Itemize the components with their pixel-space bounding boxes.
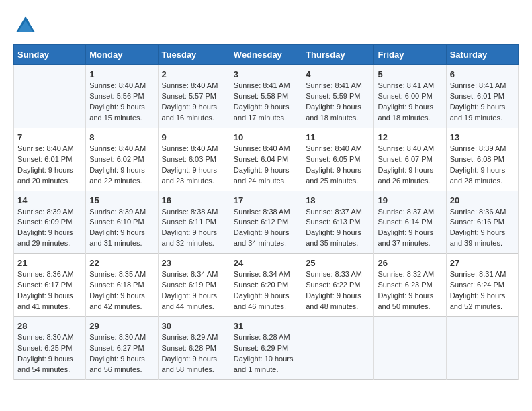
cell-content: Sunrise: 8:41 AMSunset: 6:01 PMDaylight:…	[450, 81, 515, 124]
calendar-cell: 4Sunrise: 8:41 AMSunset: 5:59 PMDaylight…	[302, 65, 374, 128]
day-number: 25	[306, 258, 370, 268]
calendar-cell: 17Sunrise: 8:38 AMSunset: 6:12 PMDayligh…	[230, 191, 302, 254]
cell-content: Sunrise: 8:40 AMSunset: 6:01 PMDaylight:…	[17, 144, 82, 187]
calendar-cell: 16Sunrise: 8:38 AMSunset: 6:11 PMDayligh…	[158, 191, 230, 254]
cell-content: Sunrise: 8:39 AMSunset: 6:08 PMDaylight:…	[450, 144, 515, 187]
header-saturday: Saturday	[446, 45, 518, 65]
calendar-cell: 10Sunrise: 8:40 AMSunset: 6:04 PMDayligh…	[230, 128, 302, 191]
calendar-cell: 19Sunrise: 8:37 AMSunset: 6:14 PMDayligh…	[374, 191, 446, 254]
cell-content: Sunrise: 8:40 AMSunset: 6:05 PMDaylight:…	[306, 144, 370, 187]
cell-content: Sunrise: 8:40 AMSunset: 6:03 PMDaylight:…	[162, 144, 226, 187]
cell-content: Sunrise: 8:36 AMSunset: 6:16 PMDaylight:…	[450, 207, 515, 250]
day-number: 14	[17, 195, 82, 205]
calendar-row: 14Sunrise: 8:39 AMSunset: 6:09 PMDayligh…	[14, 191, 519, 254]
cell-content: Sunrise: 8:40 AMSunset: 5:57 PMDaylight:…	[162, 81, 226, 124]
logo	[13, 13, 42, 38]
calendar-cell: 30Sunrise: 8:29 AMSunset: 6:28 PMDayligh…	[158, 317, 230, 380]
header-thursday: Thursday	[302, 45, 374, 65]
day-number: 22	[89, 258, 154, 268]
calendar-body: 1Sunrise: 8:40 AMSunset: 5:56 PMDaylight…	[14, 65, 519, 380]
calendar-cell: 20Sunrise: 8:36 AMSunset: 6:16 PMDayligh…	[446, 191, 518, 254]
calendar-cell: 27Sunrise: 8:31 AMSunset: 6:24 PMDayligh…	[446, 254, 518, 317]
day-number: 9	[162, 132, 226, 142]
cell-content: Sunrise: 8:37 AMSunset: 6:14 PMDaylight:…	[378, 207, 442, 250]
calendar-cell: 25Sunrise: 8:33 AMSunset: 6:22 PMDayligh…	[302, 254, 374, 317]
calendar-cell: 21Sunrise: 8:36 AMSunset: 6:17 PMDayligh…	[14, 254, 86, 317]
day-number: 7	[17, 132, 82, 142]
calendar-cell	[302, 317, 374, 380]
calendar-cell	[374, 317, 446, 380]
logo-icon	[13, 13, 38, 38]
cell-content: Sunrise: 8:33 AMSunset: 6:22 PMDaylight:…	[306, 269, 370, 312]
calendar-cell: 24Sunrise: 8:34 AMSunset: 6:20 PMDayligh…	[230, 254, 302, 317]
header-wednesday: Wednesday	[230, 45, 302, 65]
cell-content: Sunrise: 8:37 AMSunset: 6:13 PMDaylight:…	[306, 207, 370, 250]
cell-content: Sunrise: 8:41 AMSunset: 5:59 PMDaylight:…	[306, 81, 370, 124]
cell-content: Sunrise: 8:28 AMSunset: 6:29 PMDaylight:…	[234, 332, 298, 375]
cell-content: Sunrise: 8:39 AMSunset: 6:09 PMDaylight:…	[17, 207, 82, 250]
calendar-row: 7Sunrise: 8:40 AMSunset: 6:01 PMDaylight…	[14, 128, 519, 191]
cell-content: Sunrise: 8:32 AMSunset: 6:23 PMDaylight:…	[378, 269, 442, 312]
calendar-header: SundayMondayTuesdayWednesdayThursdayFrid…	[14, 45, 519, 65]
day-number: 24	[234, 258, 298, 268]
day-number: 10	[234, 132, 298, 142]
calendar-cell: 11Sunrise: 8:40 AMSunset: 6:05 PMDayligh…	[302, 128, 374, 191]
cell-content: Sunrise: 8:41 AMSunset: 5:58 PMDaylight:…	[234, 81, 298, 124]
day-number: 27	[450, 258, 515, 268]
day-number: 13	[450, 132, 515, 142]
calendar-cell: 23Sunrise: 8:34 AMSunset: 6:19 PMDayligh…	[158, 254, 230, 317]
calendar-cell: 26Sunrise: 8:32 AMSunset: 6:23 PMDayligh…	[374, 254, 446, 317]
day-number: 11	[306, 132, 370, 142]
cell-content: Sunrise: 8:34 AMSunset: 6:20 PMDaylight:…	[234, 269, 298, 312]
cell-content: Sunrise: 8:30 AMSunset: 6:25 PMDaylight:…	[17, 332, 82, 375]
day-number: 18	[306, 195, 370, 205]
header-friday: Friday	[374, 45, 446, 65]
cell-content: Sunrise: 8:35 AMSunset: 6:18 PMDaylight:…	[89, 269, 154, 312]
cell-content: Sunrise: 8:40 AMSunset: 5:56 PMDaylight:…	[89, 81, 154, 124]
calendar-cell: 12Sunrise: 8:40 AMSunset: 6:07 PMDayligh…	[374, 128, 446, 191]
day-number: 15	[89, 195, 154, 205]
cell-content: Sunrise: 8:40 AMSunset: 6:07 PMDaylight:…	[378, 144, 442, 187]
calendar-cell: 6Sunrise: 8:41 AMSunset: 6:01 PMDaylight…	[446, 65, 518, 128]
cell-content: Sunrise: 8:29 AMSunset: 6:28 PMDaylight:…	[162, 332, 226, 375]
cell-content: Sunrise: 8:41 AMSunset: 6:00 PMDaylight:…	[378, 81, 442, 124]
day-number: 3	[234, 69, 298, 79]
calendar-cell	[14, 65, 86, 128]
header-sunday: Sunday	[14, 45, 86, 65]
day-number: 26	[378, 258, 442, 268]
calendar-cell: 22Sunrise: 8:35 AMSunset: 6:18 PMDayligh…	[86, 254, 158, 317]
calendar-cell: 28Sunrise: 8:30 AMSunset: 6:25 PMDayligh…	[14, 317, 86, 380]
cell-content: Sunrise: 8:39 AMSunset: 6:10 PMDaylight:…	[89, 207, 154, 250]
cell-content: Sunrise: 8:30 AMSunset: 6:27 PMDaylight:…	[89, 332, 154, 375]
calendar-cell: 3Sunrise: 8:41 AMSunset: 5:58 PMDaylight…	[230, 65, 302, 128]
calendar-cell: 18Sunrise: 8:37 AMSunset: 6:13 PMDayligh…	[302, 191, 374, 254]
page-header	[13, 13, 519, 38]
calendar-cell: 14Sunrise: 8:39 AMSunset: 6:09 PMDayligh…	[14, 191, 86, 254]
day-number: 23	[162, 258, 226, 268]
calendar-cell: 31Sunrise: 8:28 AMSunset: 6:29 PMDayligh…	[230, 317, 302, 380]
calendar-cell: 13Sunrise: 8:39 AMSunset: 6:08 PMDayligh…	[446, 128, 518, 191]
calendar-cell: 2Sunrise: 8:40 AMSunset: 5:57 PMDaylight…	[158, 65, 230, 128]
calendar-cell	[446, 317, 518, 380]
header-row: SundayMondayTuesdayWednesdayThursdayFrid…	[14, 45, 519, 65]
cell-content: Sunrise: 8:40 AMSunset: 6:02 PMDaylight:…	[89, 144, 154, 187]
day-number: 28	[17, 321, 82, 331]
header-tuesday: Tuesday	[158, 45, 230, 65]
calendar-row: 21Sunrise: 8:36 AMSunset: 6:17 PMDayligh…	[14, 254, 519, 317]
day-number: 16	[162, 195, 226, 205]
calendar-cell: 5Sunrise: 8:41 AMSunset: 6:00 PMDaylight…	[374, 65, 446, 128]
day-number: 29	[89, 321, 154, 331]
cell-content: Sunrise: 8:34 AMSunset: 6:19 PMDaylight:…	[162, 269, 226, 312]
calendar-cell: 7Sunrise: 8:40 AMSunset: 6:01 PMDaylight…	[14, 128, 86, 191]
calendar-cell: 15Sunrise: 8:39 AMSunset: 6:10 PMDayligh…	[86, 191, 158, 254]
day-number: 30	[162, 321, 226, 331]
calendar-cell: 8Sunrise: 8:40 AMSunset: 6:02 PMDaylight…	[86, 128, 158, 191]
day-number: 19	[378, 195, 442, 205]
day-number: 20	[450, 195, 515, 205]
header-monday: Monday	[86, 45, 158, 65]
calendar-cell: 9Sunrise: 8:40 AMSunset: 6:03 PMDaylight…	[158, 128, 230, 191]
calendar-row: 1Sunrise: 8:40 AMSunset: 5:56 PMDaylight…	[14, 65, 519, 128]
day-number: 4	[306, 69, 370, 79]
calendar-row: 28Sunrise: 8:30 AMSunset: 6:25 PMDayligh…	[14, 317, 519, 380]
day-number: 12	[378, 132, 442, 142]
